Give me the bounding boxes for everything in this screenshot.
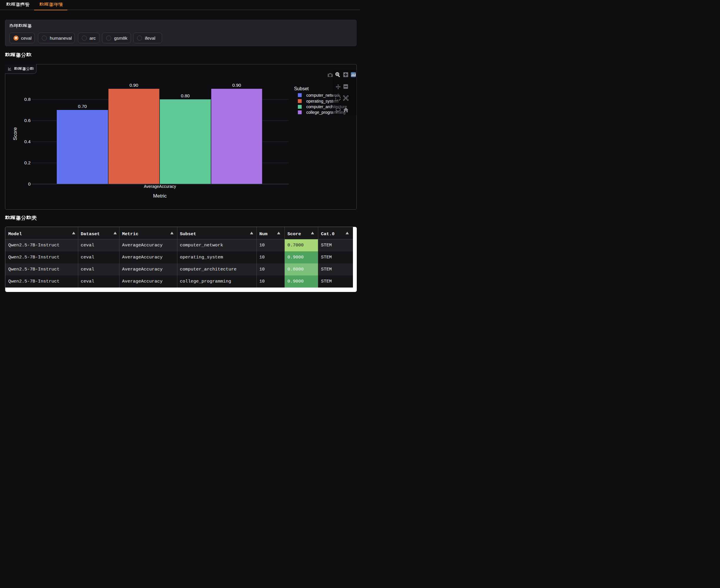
svg-text:Subset: Subset [294, 86, 309, 91]
svg-text:0.80: 0.80 [181, 93, 190, 98]
svg-text:0.8: 0.8 [24, 97, 30, 102]
svg-text:0: 0 [28, 182, 30, 186]
svg-text:AverageAccuracy: AverageAccuracy [144, 184, 176, 189]
svg-text:Score: Score [12, 127, 18, 140]
svg-text:0.6: 0.6 [24, 118, 30, 123]
svg-text:0.90: 0.90 [232, 83, 241, 88]
svg-text:Metric: Metric [153, 193, 167, 199]
svg-text:0.70: 0.70 [78, 104, 87, 109]
svg-text:0.90: 0.90 [129, 83, 138, 88]
svg-text:0.2: 0.2 [24, 160, 30, 165]
svg-text:0.4: 0.4 [24, 139, 31, 144]
